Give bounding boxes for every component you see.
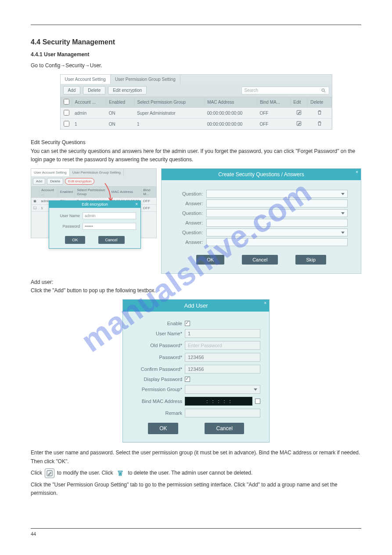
answer-label: Answer:: [175, 239, 203, 245]
question-label: Question:: [175, 191, 203, 196]
username-field[interactable]: [83, 212, 136, 219]
add-button[interactable]: Add: [33, 178, 45, 185]
delete-button[interactable]: Delete: [47, 178, 63, 185]
answer-label: Answer:: [175, 220, 203, 225]
pw-label: Password*: [132, 355, 182, 360]
ok-button[interactable]: OK: [65, 236, 85, 244]
trash-icon[interactable]: [308, 119, 331, 130]
cell-mac: 00:00:00:00:00:00: [205, 119, 257, 130]
dialog-title-text: Edit encryption: [82, 202, 108, 207]
add-button[interactable]: Add: [63, 86, 81, 94]
svg-rect-5: [119, 471, 122, 472]
delete-button[interactable]: Delete: [83, 86, 105, 94]
confirm-input[interactable]: 123456: [185, 365, 260, 374]
username-label: User Name: [54, 214, 80, 218]
page-number: 44: [31, 531, 361, 537]
cell-bind: OFF: [257, 108, 290, 119]
cell-enabled: ON: [106, 108, 134, 119]
col-enabled: Enabled: [106, 97, 134, 108]
select-all-checkbox[interactable]: [64, 99, 69, 105]
permission-para: Click the "User Permission Group Setting…: [31, 481, 361, 497]
footer-rule: [31, 528, 361, 529]
question-label: Question:: [175, 230, 203, 235]
dialog-title: Edit encryption ×: [49, 201, 140, 208]
edit-icon[interactable]: [291, 108, 308, 119]
display-pw-label: Display Password: [132, 377, 182, 382]
edit-encryption-button[interactable]: Edit encryption: [108, 86, 147, 94]
tab-permission-group[interactable]: User Permission Group Setting: [70, 169, 124, 176]
toolbar: Add Delete Edit encryption Search: [61, 84, 332, 97]
tab-user-account[interactable]: User Account Setting: [61, 75, 111, 84]
enable-checkbox[interactable]: [185, 321, 190, 326]
username-input[interactable]: 1: [185, 329, 260, 338]
edit-icon[interactable]: [291, 119, 308, 130]
bindmac-label: Bind MAC Address: [132, 399, 182, 404]
question-select[interactable]: [206, 209, 348, 217]
group-label: Permission Group*: [132, 387, 182, 392]
cell-enabled: ON: [106, 119, 134, 130]
edit-sq-text: Edit Security Questions You can set the …: [31, 138, 361, 164]
display-pw-checkbox[interactable]: [185, 377, 190, 382]
col-group: Select Permission Group: [134, 97, 205, 108]
cell-bind: OFF: [141, 197, 156, 204]
tab-permission-group[interactable]: User Permission Group Setting: [111, 75, 180, 84]
svg-line-1: [324, 91, 325, 92]
answer-label: Answer:: [175, 201, 203, 206]
remark-label: Remark: [132, 410, 182, 416]
cancel-button[interactable]: Cancel: [205, 423, 244, 434]
col-mac: MAC Address: [205, 97, 257, 108]
heading-security: 4.4 Security Management: [31, 38, 361, 46]
cell-bind: OFF: [141, 204, 156, 211]
ok-button[interactable]: OK: [196, 255, 224, 265]
answer-input[interactable]: [206, 219, 348, 227]
username-label: User Name*: [132, 331, 182, 336]
question-label: Question:: [175, 210, 203, 216]
password-field[interactable]: [83, 223, 136, 230]
cell-group: Super Administrator: [134, 108, 205, 119]
col-delete: Delete: [308, 97, 331, 108]
row-checkbox[interactable]: [64, 121, 69, 127]
svg-point-0: [322, 89, 324, 91]
mac-input[interactable]: :::::: [185, 397, 252, 406]
cancel-button[interactable]: Cancel: [242, 255, 278, 265]
row-checkbox[interactable]: [64, 110, 69, 116]
search-icon: [321, 88, 326, 93]
question-select[interactable]: [206, 190, 348, 198]
question-select[interactable]: [206, 229, 348, 236]
edit-encryption-dialog: Edit encryption × User Name Password OK …: [49, 200, 141, 249]
cell-mac: 00:00:00:00:00:00: [205, 108, 257, 119]
ok-button[interactable]: OK: [148, 423, 178, 434]
close-icon[interactable]: ×: [356, 170, 358, 174]
subheading-user-mgmt: 4.4.1 User Management: [31, 51, 361, 59]
password-label: Password: [54, 224, 80, 229]
skip-button[interactable]: Skip: [295, 255, 326, 265]
icon-explain-line: Click to modify the user. Click to delet…: [31, 468, 361, 478]
search-input[interactable]: Search: [241, 87, 329, 94]
enable-label: Enable: [132, 321, 182, 326]
table-row: 1 ON 1 00:00:00:00:00:00 OFF: [61, 119, 331, 130]
trash-icon[interactable]: [308, 108, 331, 119]
bindmac-checkbox[interactable]: [255, 399, 260, 404]
text-after-trash: to delete the user. The admin user canno…: [128, 469, 252, 477]
user-table: Account ... Enabled Select Permission Gr…: [61, 97, 332, 129]
edit-encryption-button[interactable]: Edit encryption: [65, 178, 94, 185]
trash-icon: [115, 468, 125, 478]
text-mid: to modify the user. Click: [57, 469, 113, 477]
pencil-icon: [45, 468, 54, 478]
tab-user-account[interactable]: User Account Setting: [31, 169, 70, 176]
confirm-label: Confirm Password*: [132, 366, 182, 372]
answer-input[interactable]: [206, 238, 348, 246]
close-icon[interactable]: ×: [264, 301, 266, 305]
cell-group: 1: [134, 119, 205, 130]
close-icon[interactable]: ×: [135, 202, 138, 207]
cell-account: admin: [72, 108, 106, 119]
post-add-text: Enter the user name and password. Select…: [31, 449, 361, 465]
pw-input[interactable]: 123456: [185, 353, 260, 362]
remark-input[interactable]: [185, 409, 260, 417]
oldpw-input[interactable]: Enter Password: [185, 341, 260, 350]
permission-group-select[interactable]: [185, 385, 260, 394]
col-account: Account ...: [40, 186, 58, 197]
col-mac: MAC Address: [109, 186, 141, 197]
cancel-button[interactable]: Cancel: [98, 236, 125, 244]
answer-input[interactable]: [206, 200, 348, 207]
